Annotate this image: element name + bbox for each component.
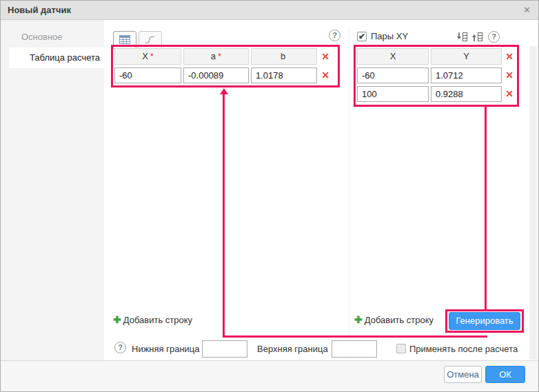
- pairs-toolbar: ?: [456, 31, 500, 43]
- add-row-label: Добавить строку: [365, 315, 434, 325]
- import-rows-icon[interactable]: [456, 32, 469, 43]
- pairs-col-header-x: X: [357, 48, 429, 65]
- cancel-button[interactable]: Отмена: [444, 366, 482, 383]
- add-row-label: Добавить строку: [123, 315, 192, 325]
- header-label: X: [142, 51, 148, 61]
- add-row-link-pairs[interactable]: ✚ Добавить строку: [354, 313, 434, 327]
- annotation-arrowhead-up: [220, 88, 228, 94]
- delete-row-icon[interactable]: ✕: [319, 68, 332, 83]
- apply-after-calc-checkbox[interactable]: [396, 344, 406, 353]
- pairs-y-input-row2[interactable]: [431, 86, 502, 102]
- pairs-y-input-row1[interactable]: [431, 68, 502, 83]
- plus-icon: ✚: [354, 313, 363, 327]
- delete-row-icon[interactable]: ✕: [504, 68, 515, 83]
- annotation-line-vertical-left: [223, 94, 225, 336]
- close-icon[interactable]: ✕: [523, 1, 531, 19]
- sidebar: Основное Таблица расчета: [1, 20, 104, 362]
- scrollbar-track[interactable]: [529, 46, 537, 360]
- sidebar-item-calc-table[interactable]: Таблица расчета: [9, 48, 104, 68]
- lower-bound-label: Нижняя граница: [132, 340, 200, 358]
- export-rows-icon[interactable]: [471, 32, 484, 43]
- table-grid-icon: [119, 35, 130, 46]
- delete-row-icon[interactable]: ✕: [504, 86, 515, 102]
- calc-b-input[interactable]: [251, 68, 317, 83]
- view-toggle-group: [113, 31, 162, 50]
- calc-col-header-a: a*: [183, 48, 249, 65]
- calc-col-header-b: b: [251, 48, 317, 65]
- pairs-xy-label: Пары XY: [371, 31, 408, 42]
- plus-icon: ✚: [113, 313, 121, 327]
- lower-bound-input[interactable]: [202, 340, 247, 358]
- table-view-button[interactable]: [113, 31, 136, 50]
- pairs-xy-checkbox[interactable]: ✔: [357, 32, 367, 41]
- delete-columns-icon[interactable]: ✕: [319, 49, 332, 65]
- apply-after-calc-label: Применять после расчета: [409, 340, 518, 358]
- ok-button[interactable]: ОК: [485, 366, 525, 383]
- delete-columns-icon[interactable]: ✕: [504, 49, 515, 65]
- dialog-title: Новый датчик: [8, 1, 71, 19]
- upper-bound-input[interactable]: [332, 340, 377, 358]
- pairs-x-input-row1[interactable]: [357, 68, 429, 83]
- help-icon-bounds[interactable]: ?: [114, 342, 126, 353]
- calc-col-header-x: X*: [114, 48, 181, 65]
- dialog-footer: Отмена ОК: [1, 360, 538, 391]
- help-icon-calc[interactable]: ?: [329, 30, 340, 41]
- calc-table: X* a* b ✕ ✕: [114, 48, 332, 83]
- sidebar-item-main[interactable]: Основное: [1, 27, 104, 48]
- pairs-col-header-y: Y: [431, 48, 502, 65]
- pairs-checkbox-row: ✔ Пары XY: [357, 31, 408, 42]
- header-label: a: [211, 51, 216, 61]
- upper-bound-label: Верхняя граница: [257, 340, 328, 358]
- pairs-table: X Y ✕ ✕ ✕: [357, 48, 515, 102]
- calc-x-input[interactable]: [114, 68, 181, 83]
- calc-a-input[interactable]: [183, 68, 249, 83]
- required-asterisk: *: [218, 51, 221, 61]
- pairs-x-input-row2[interactable]: [357, 86, 429, 102]
- main-content: ? X* a* b ✕ ✕ ✚ Добавить строку ✔ Пары X…: [104, 20, 539, 362]
- panel-divider: [349, 28, 349, 359]
- generate-button[interactable]: Генерировать: [449, 312, 520, 330]
- chart-view-button[interactable]: [139, 31, 162, 50]
- curve-chart-icon: [145, 35, 156, 46]
- required-asterisk: *: [150, 51, 154, 61]
- annotation-line-vertical-right: [485, 107, 487, 309]
- header-label: b: [281, 51, 285, 61]
- dialog-titlebar: Новый датчик ✕: [1, 1, 538, 20]
- new-sensor-dialog: Новый датчик ✕ Основное Таблица расчета: [0, 0, 539, 392]
- help-icon-pairs[interactable]: ?: [488, 31, 500, 43]
- annotation-line-horizontal: [223, 336, 487, 338]
- add-row-link-calc[interactable]: ✚ Добавить строку: [113, 313, 192, 327]
